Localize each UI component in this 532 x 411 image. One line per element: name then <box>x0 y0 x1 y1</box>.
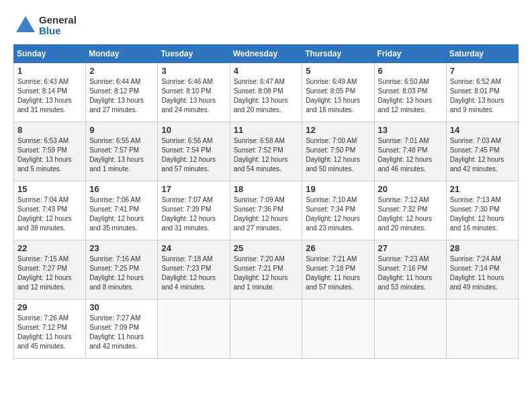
day-number: 10 <box>161 125 226 135</box>
calendar-cell: 30 Sunrise: 7:27 AM Sunset: 7:09 PM Dayl… <box>86 300 158 359</box>
day-info: Sunrise: 7:20 AM Sunset: 7:21 PM Dayligh… <box>234 255 299 292</box>
calendar-cell: 15 Sunrise: 7:04 AM Sunset: 7:43 PM Dayl… <box>14 181 86 240</box>
calendar-cell: 16 Sunrise: 7:06 AM Sunset: 7:41 PM Dayl… <box>86 181 158 240</box>
day-info: Sunrise: 6:52 AM Sunset: 8:01 PM Dayligh… <box>450 77 515 115</box>
day-info: Sunrise: 7:18 AM Sunset: 7:23 PM Dayligh… <box>161 255 226 292</box>
weekday-header-friday: Friday <box>374 45 446 63</box>
day-number: 12 <box>306 125 370 135</box>
calendar-cell: 25 Sunrise: 7:20 AM Sunset: 7:21 PM Dayl… <box>230 240 302 300</box>
weekday-header-wednesday: Wednesday <box>230 45 302 63</box>
calendar-cell: 27 Sunrise: 7:23 AM Sunset: 7:16 PM Dayl… <box>374 240 446 300</box>
day-info: Sunrise: 7:06 AM Sunset: 7:41 PM Dayligh… <box>89 195 154 233</box>
day-info: Sunrise: 7:09 AM Sunset: 7:36 PM Dayligh… <box>234 195 299 233</box>
day-info: Sunrise: 6:56 AM Sunset: 7:54 PM Dayligh… <box>161 136 226 174</box>
calendar-cell: 5 Sunrise: 6:49 AM Sunset: 8:05 PM Dayli… <box>302 63 374 122</box>
day-number: 21 <box>450 184 515 194</box>
day-info: Sunrise: 6:55 AM Sunset: 7:57 PM Dayligh… <box>89 136 154 174</box>
calendar-cell: 7 Sunrise: 6:52 AM Sunset: 8:01 PM Dayli… <box>446 63 518 122</box>
day-number: 6 <box>378 66 443 76</box>
day-info: Sunrise: 7:10 AM Sunset: 7:34 PM Dayligh… <box>306 195 370 233</box>
calendar-cell: 23 Sunrise: 7:16 AM Sunset: 7:25 PM Dayl… <box>86 240 158 300</box>
day-number: 30 <box>89 302 154 312</box>
calendar-cell <box>302 300 374 359</box>
day-number: 16 <box>89 184 154 194</box>
day-number: 17 <box>161 184 226 194</box>
logo-inner: General Blue <box>13 13 77 38</box>
calendar-cell <box>446 300 518 359</box>
day-info: Sunrise: 7:00 AM Sunset: 7:50 PM Dayligh… <box>306 136 370 174</box>
logo: General Blue <box>13 13 77 38</box>
weekday-header-row: SundayMondayTuesdayWednesdayThursdayFrid… <box>14 45 519 63</box>
calendar-cell: 28 Sunrise: 7:24 AM Sunset: 7:14 PM Dayl… <box>446 240 518 300</box>
calendar-cell: 10 Sunrise: 6:56 AM Sunset: 7:54 PM Dayl… <box>158 122 230 181</box>
calendar-week-row: 22 Sunrise: 7:15 AM Sunset: 7:27 PM Dayl… <box>14 240 519 300</box>
day-info: Sunrise: 6:43 AM Sunset: 8:14 PM Dayligh… <box>17 77 82 115</box>
day-info: Sunrise: 6:53 AM Sunset: 7:59 PM Dayligh… <box>17 136 82 174</box>
weekday-header-monday: Monday <box>86 45 158 63</box>
calendar-cell <box>158 300 230 359</box>
day-info: Sunrise: 7:13 AM Sunset: 7:30 PM Dayligh… <box>450 195 515 233</box>
day-number: 13 <box>378 125 443 135</box>
calendar-cell <box>230 300 302 359</box>
day-info: Sunrise: 6:47 AM Sunset: 8:08 PM Dayligh… <box>234 77 299 115</box>
weekday-header-tuesday: Tuesday <box>158 45 230 63</box>
day-info: Sunrise: 6:49 AM Sunset: 8:05 PM Dayligh… <box>306 77 370 115</box>
calendar-cell: 4 Sunrise: 6:47 AM Sunset: 8:08 PM Dayli… <box>230 63 302 122</box>
calendar-week-row: 1 Sunrise: 6:43 AM Sunset: 8:14 PM Dayli… <box>14 63 519 122</box>
calendar-week-row: 8 Sunrise: 6:53 AM Sunset: 7:59 PM Dayli… <box>14 122 519 181</box>
calendar-cell: 6 Sunrise: 6:50 AM Sunset: 8:03 PM Dayli… <box>374 63 446 122</box>
calendar-cell: 21 Sunrise: 7:13 AM Sunset: 7:30 PM Dayl… <box>446 181 518 240</box>
weekday-header-thursday: Thursday <box>302 45 374 63</box>
weekday-header-saturday: Saturday <box>446 45 518 63</box>
calendar-cell: 17 Sunrise: 7:07 AM Sunset: 7:39 PM Dayl… <box>158 181 230 240</box>
calendar-cell: 20 Sunrise: 7:12 AM Sunset: 7:32 PM Dayl… <box>374 181 446 240</box>
day-info: Sunrise: 7:21 AM Sunset: 7:18 PM Dayligh… <box>306 255 370 292</box>
day-info: Sunrise: 6:58 AM Sunset: 7:52 PM Dayligh… <box>234 136 299 174</box>
calendar-cell: 22 Sunrise: 7:15 AM Sunset: 7:27 PM Dayl… <box>14 240 86 300</box>
day-info: Sunrise: 7:01 AM Sunset: 7:48 PM Dayligh… <box>378 136 443 174</box>
day-info: Sunrise: 7:07 AM Sunset: 7:39 PM Dayligh… <box>161 195 226 233</box>
day-number: 26 <box>306 243 370 253</box>
calendar-cell: 12 Sunrise: 7:00 AM Sunset: 7:50 PM Dayl… <box>302 122 374 181</box>
calendar-cell: 11 Sunrise: 6:58 AM Sunset: 7:52 PM Dayl… <box>230 122 302 181</box>
day-number: 3 <box>161 66 226 76</box>
calendar-cell: 26 Sunrise: 7:21 AM Sunset: 7:18 PM Dayl… <box>302 240 374 300</box>
day-number: 9 <box>89 125 154 135</box>
calendar-cell: 14 Sunrise: 7:03 AM Sunset: 7:45 PM Dayl… <box>446 122 518 181</box>
logo-icon <box>13 13 38 38</box>
day-info: Sunrise: 6:50 AM Sunset: 8:03 PM Dayligh… <box>378 77 443 115</box>
day-number: 2 <box>89 66 154 76</box>
day-number: 18 <box>234 184 299 194</box>
page-header: General Blue <box>13 13 519 38</box>
day-number: 22 <box>17 243 82 253</box>
day-info: Sunrise: 6:46 AM Sunset: 8:10 PM Dayligh… <box>161 77 226 115</box>
calendar-cell: 2 Sunrise: 6:44 AM Sunset: 8:12 PM Dayli… <box>86 63 158 122</box>
day-number: 11 <box>234 125 299 135</box>
day-info: Sunrise: 7:04 AM Sunset: 7:43 PM Dayligh… <box>17 195 82 233</box>
day-info: Sunrise: 7:16 AM Sunset: 7:25 PM Dayligh… <box>89 255 154 292</box>
calendar-table: SundayMondayTuesdayWednesdayThursdayFrid… <box>13 44 519 359</box>
day-number: 8 <box>17 125 82 135</box>
day-info: Sunrise: 7:27 AM Sunset: 7:09 PM Dayligh… <box>89 314 154 351</box>
calendar-week-row: 29 Sunrise: 7:26 AM Sunset: 7:12 PM Dayl… <box>14 300 519 359</box>
logo-general: General <box>39 15 77 26</box>
calendar-cell: 13 Sunrise: 7:01 AM Sunset: 7:48 PM Dayl… <box>374 122 446 181</box>
calendar-cell: 3 Sunrise: 6:46 AM Sunset: 8:10 PM Dayli… <box>158 63 230 122</box>
calendar-cell: 19 Sunrise: 7:10 AM Sunset: 7:34 PM Dayl… <box>302 181 374 240</box>
calendar-cell <box>374 300 446 359</box>
calendar-cell: 18 Sunrise: 7:09 AM Sunset: 7:36 PM Dayl… <box>230 181 302 240</box>
logo-blue: Blue <box>39 26 77 37</box>
day-number: 15 <box>17 184 82 194</box>
day-info: Sunrise: 6:44 AM Sunset: 8:12 PM Dayligh… <box>89 77 154 115</box>
weekday-header-sunday: Sunday <box>14 45 86 63</box>
day-number: 20 <box>378 184 443 194</box>
day-number: 24 <box>161 243 226 253</box>
day-number: 29 <box>17 302 82 312</box>
calendar-cell: 1 Sunrise: 6:43 AM Sunset: 8:14 PM Dayli… <box>14 63 86 122</box>
calendar-cell: 24 Sunrise: 7:18 AM Sunset: 7:23 PM Dayl… <box>158 240 230 300</box>
day-info: Sunrise: 7:03 AM Sunset: 7:45 PM Dayligh… <box>450 136 515 174</box>
logo-wordmark: General Blue <box>39 15 77 37</box>
day-number: 7 <box>450 66 515 76</box>
calendar-cell: 9 Sunrise: 6:55 AM Sunset: 7:57 PM Dayli… <box>86 122 158 181</box>
day-number: 27 <box>378 243 443 253</box>
